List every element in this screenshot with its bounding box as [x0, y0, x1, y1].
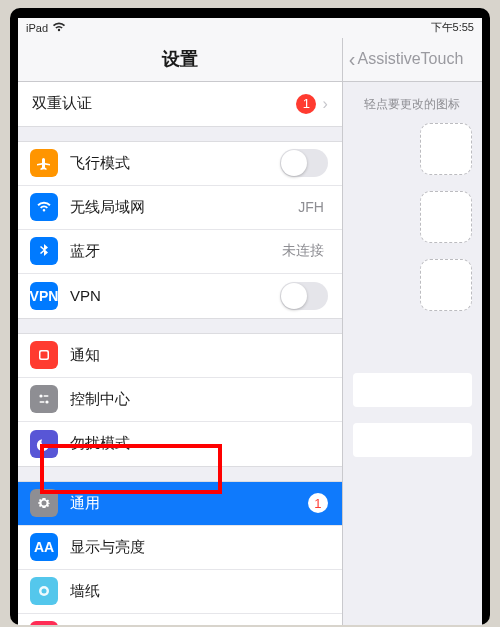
- row-notifications[interactable]: 通知: [18, 334, 342, 378]
- row-label: 通知: [70, 346, 328, 365]
- row-label: 通用: [70, 494, 308, 513]
- svg-point-4: [45, 400, 48, 403]
- screen: iPad 下午5:55 设置 双重认证 1 ›: [18, 18, 482, 625]
- settings-master: 设置 双重认证 1 › 飞: [18, 38, 343, 625]
- row-display[interactable]: AA 显示与亮度: [18, 526, 342, 570]
- detail-back-label: AssistiveTouch: [357, 50, 463, 68]
- row-bluetooth[interactable]: 蓝牙 未连接: [18, 230, 342, 274]
- row-label: 显示与亮度: [70, 538, 328, 557]
- vpn-icon: VPN: [30, 282, 58, 310]
- detail-subtitle: 轻点要更改的图标: [343, 82, 482, 113]
- airplane-switch[interactable]: [280, 149, 328, 177]
- sound-icon: [30, 621, 58, 625]
- detail-pane: ‹ AssistiveTouch 轻点要更改的图标: [343, 38, 482, 625]
- split-view: 设置 双重认证 1 › 飞: [18, 38, 482, 625]
- custom-icon-slot[interactable]: [420, 123, 472, 175]
- row-label: 飞行模式: [70, 154, 280, 173]
- row-value: JFH: [298, 199, 324, 215]
- row-label: 双重认证: [32, 94, 296, 113]
- nav-title: 设置: [18, 38, 342, 82]
- row-wallpaper[interactable]: 墙纸: [18, 570, 342, 614]
- svg-rect-1: [41, 352, 48, 359]
- option-bar[interactable]: [353, 423, 472, 457]
- row-two-factor[interactable]: 双重认证 1 ›: [18, 82, 342, 126]
- svg-rect-5: [40, 401, 45, 403]
- option-bar[interactable]: [353, 373, 472, 407]
- airplane-icon: [30, 149, 58, 177]
- row-label: 控制中心: [70, 390, 328, 409]
- status-bar: iPad 下午5:55: [18, 18, 482, 38]
- chevron-left-icon: ‹: [349, 48, 356, 71]
- row-label: VPN: [70, 287, 280, 304]
- control-center-icon: [30, 385, 58, 413]
- row-control-center[interactable]: 控制中心: [18, 378, 342, 422]
- row-label: 蓝牙: [70, 242, 282, 261]
- custom-icon-slot[interactable]: [420, 259, 472, 311]
- badge: 1: [296, 94, 316, 114]
- detail-back[interactable]: ‹ AssistiveTouch: [343, 38, 482, 82]
- chevron-right-icon: ›: [322, 95, 327, 113]
- wallpaper-icon: [30, 577, 58, 605]
- settings-scroll[interactable]: 双重认证 1 › 飞行模式: [18, 82, 342, 625]
- detail-body: [343, 113, 482, 467]
- row-airplane[interactable]: 飞行模式: [18, 142, 342, 186]
- device-label: iPad: [26, 22, 48, 34]
- general-gear-icon: [30, 489, 58, 517]
- group-network: 飞行模式 无线局域网 JFH: [18, 141, 342, 319]
- group-appleid: 双重认证 1 ›: [18, 82, 342, 127]
- badge: 1: [308, 493, 328, 513]
- row-wifi[interactable]: 无线局域网 JFH: [18, 186, 342, 230]
- custom-icon-slot[interactable]: [420, 191, 472, 243]
- row-value: 未连接: [282, 242, 324, 260]
- row-general[interactable]: 通用 1: [18, 482, 342, 526]
- row-sound[interactable]: 声音: [18, 614, 342, 625]
- wifi-icon: [52, 22, 66, 34]
- row-label: 勿扰模式: [70, 434, 328, 453]
- vpn-switch[interactable]: [280, 282, 328, 310]
- display-icon: AA: [30, 533, 58, 561]
- row-dnd[interactable]: 勿扰模式: [18, 422, 342, 466]
- row-label: 无线局域网: [70, 198, 298, 217]
- svg-point-2: [39, 394, 42, 397]
- wifi-settings-icon: [30, 193, 58, 221]
- group-notify: 通知 控制中心 勿扰模式: [18, 333, 342, 467]
- row-vpn[interactable]: VPN VPN: [18, 274, 342, 318]
- bluetooth-icon: [30, 237, 58, 265]
- row-label: 墙纸: [70, 582, 328, 601]
- status-time: 下午5:55: [431, 20, 474, 35]
- device-frame: iPad 下午5:55 设置 双重认证 1 ›: [10, 8, 490, 625]
- notifications-icon: [30, 341, 58, 369]
- group-general: 通用 1 AA 显示与亮度 墙纸: [18, 481, 342, 625]
- svg-point-7: [42, 589, 47, 594]
- svg-rect-3: [44, 395, 49, 397]
- dnd-moon-icon: [30, 430, 58, 458]
- status-left: iPad: [26, 22, 66, 34]
